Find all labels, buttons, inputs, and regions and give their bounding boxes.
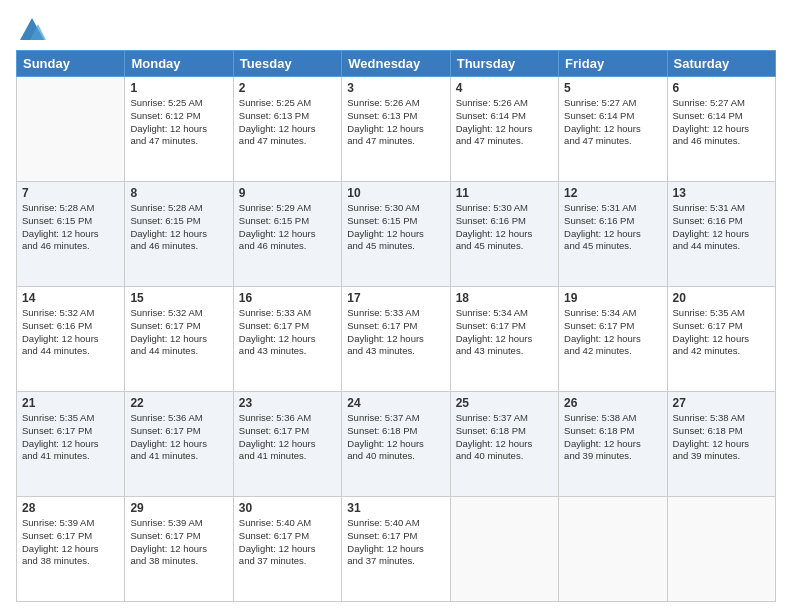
calendar-cell: 7Sunrise: 5:28 AM Sunset: 6:15 PM Daylig… xyxy=(17,182,125,287)
day-info: Sunrise: 5:34 AM Sunset: 6:17 PM Dayligh… xyxy=(564,307,661,358)
day-info: Sunrise: 5:30 AM Sunset: 6:16 PM Dayligh… xyxy=(456,202,553,253)
day-number: 31 xyxy=(347,501,444,515)
day-info: Sunrise: 5:37 AM Sunset: 6:18 PM Dayligh… xyxy=(347,412,444,463)
calendar-cell xyxy=(559,497,667,602)
calendar-week-5: 28Sunrise: 5:39 AM Sunset: 6:17 PM Dayli… xyxy=(17,497,776,602)
day-number: 2 xyxy=(239,81,336,95)
day-info: Sunrise: 5:31 AM Sunset: 6:16 PM Dayligh… xyxy=(564,202,661,253)
day-info: Sunrise: 5:25 AM Sunset: 6:13 PM Dayligh… xyxy=(239,97,336,148)
day-info: Sunrise: 5:26 AM Sunset: 6:13 PM Dayligh… xyxy=(347,97,444,148)
day-number: 27 xyxy=(673,396,770,410)
calendar-week-3: 14Sunrise: 5:32 AM Sunset: 6:16 PM Dayli… xyxy=(17,287,776,392)
calendar-cell: 15Sunrise: 5:32 AM Sunset: 6:17 PM Dayli… xyxy=(125,287,233,392)
calendar-cell: 17Sunrise: 5:33 AM Sunset: 6:17 PM Dayli… xyxy=(342,287,450,392)
day-number: 24 xyxy=(347,396,444,410)
calendar-cell xyxy=(450,497,558,602)
day-info: Sunrise: 5:39 AM Sunset: 6:17 PM Dayligh… xyxy=(22,517,119,568)
calendar-cell: 4Sunrise: 5:26 AM Sunset: 6:14 PM Daylig… xyxy=(450,77,558,182)
day-info: Sunrise: 5:35 AM Sunset: 6:17 PM Dayligh… xyxy=(673,307,770,358)
day-info: Sunrise: 5:27 AM Sunset: 6:14 PM Dayligh… xyxy=(564,97,661,148)
day-info: Sunrise: 5:40 AM Sunset: 6:17 PM Dayligh… xyxy=(347,517,444,568)
day-number: 20 xyxy=(673,291,770,305)
calendar-cell: 28Sunrise: 5:39 AM Sunset: 6:17 PM Dayli… xyxy=(17,497,125,602)
calendar-cell: 13Sunrise: 5:31 AM Sunset: 6:16 PM Dayli… xyxy=(667,182,775,287)
day-number: 12 xyxy=(564,186,661,200)
day-number: 18 xyxy=(456,291,553,305)
day-number: 22 xyxy=(130,396,227,410)
calendar-header-row: SundayMondayTuesdayWednesdayThursdayFrid… xyxy=(17,51,776,77)
day-info: Sunrise: 5:40 AM Sunset: 6:17 PM Dayligh… xyxy=(239,517,336,568)
calendar-cell xyxy=(17,77,125,182)
calendar-header-thursday: Thursday xyxy=(450,51,558,77)
day-info: Sunrise: 5:36 AM Sunset: 6:17 PM Dayligh… xyxy=(239,412,336,463)
day-info: Sunrise: 5:37 AM Sunset: 6:18 PM Dayligh… xyxy=(456,412,553,463)
day-number: 3 xyxy=(347,81,444,95)
day-info: Sunrise: 5:35 AM Sunset: 6:17 PM Dayligh… xyxy=(22,412,119,463)
calendar-cell: 2Sunrise: 5:25 AM Sunset: 6:13 PM Daylig… xyxy=(233,77,341,182)
page: SundayMondayTuesdayWednesdayThursdayFrid… xyxy=(0,0,792,612)
day-info: Sunrise: 5:36 AM Sunset: 6:17 PM Dayligh… xyxy=(130,412,227,463)
calendar-cell: 16Sunrise: 5:33 AM Sunset: 6:17 PM Dayli… xyxy=(233,287,341,392)
calendar-header-saturday: Saturday xyxy=(667,51,775,77)
logo xyxy=(16,16,46,40)
day-number: 28 xyxy=(22,501,119,515)
day-info: Sunrise: 5:38 AM Sunset: 6:18 PM Dayligh… xyxy=(673,412,770,463)
day-number: 29 xyxy=(130,501,227,515)
calendar-week-1: 1Sunrise: 5:25 AM Sunset: 6:12 PM Daylig… xyxy=(17,77,776,182)
day-number: 11 xyxy=(456,186,553,200)
day-info: Sunrise: 5:31 AM Sunset: 6:16 PM Dayligh… xyxy=(673,202,770,253)
day-number: 7 xyxy=(22,186,119,200)
calendar-header-tuesday: Tuesday xyxy=(233,51,341,77)
day-number: 13 xyxy=(673,186,770,200)
calendar-week-2: 7Sunrise: 5:28 AM Sunset: 6:15 PM Daylig… xyxy=(17,182,776,287)
calendar-header-monday: Monday xyxy=(125,51,233,77)
day-info: Sunrise: 5:33 AM Sunset: 6:17 PM Dayligh… xyxy=(239,307,336,358)
day-info: Sunrise: 5:29 AM Sunset: 6:15 PM Dayligh… xyxy=(239,202,336,253)
day-info: Sunrise: 5:28 AM Sunset: 6:15 PM Dayligh… xyxy=(22,202,119,253)
day-info: Sunrise: 5:38 AM Sunset: 6:18 PM Dayligh… xyxy=(564,412,661,463)
day-number: 21 xyxy=(22,396,119,410)
day-number: 30 xyxy=(239,501,336,515)
calendar-cell: 22Sunrise: 5:36 AM Sunset: 6:17 PM Dayli… xyxy=(125,392,233,497)
calendar-cell: 21Sunrise: 5:35 AM Sunset: 6:17 PM Dayli… xyxy=(17,392,125,497)
calendar-header-wednesday: Wednesday xyxy=(342,51,450,77)
calendar-cell: 25Sunrise: 5:37 AM Sunset: 6:18 PM Dayli… xyxy=(450,392,558,497)
calendar-table: SundayMondayTuesdayWednesdayThursdayFrid… xyxy=(16,50,776,602)
day-number: 8 xyxy=(130,186,227,200)
day-number: 19 xyxy=(564,291,661,305)
calendar-cell: 14Sunrise: 5:32 AM Sunset: 6:16 PM Dayli… xyxy=(17,287,125,392)
day-info: Sunrise: 5:39 AM Sunset: 6:17 PM Dayligh… xyxy=(130,517,227,568)
day-info: Sunrise: 5:27 AM Sunset: 6:14 PM Dayligh… xyxy=(673,97,770,148)
day-number: 9 xyxy=(239,186,336,200)
day-number: 14 xyxy=(22,291,119,305)
calendar-cell: 5Sunrise: 5:27 AM Sunset: 6:14 PM Daylig… xyxy=(559,77,667,182)
day-info: Sunrise: 5:33 AM Sunset: 6:17 PM Dayligh… xyxy=(347,307,444,358)
calendar-cell: 31Sunrise: 5:40 AM Sunset: 6:17 PM Dayli… xyxy=(342,497,450,602)
day-info: Sunrise: 5:25 AM Sunset: 6:12 PM Dayligh… xyxy=(130,97,227,148)
calendar-cell: 11Sunrise: 5:30 AM Sunset: 6:16 PM Dayli… xyxy=(450,182,558,287)
calendar-cell: 19Sunrise: 5:34 AM Sunset: 6:17 PM Dayli… xyxy=(559,287,667,392)
calendar-cell: 29Sunrise: 5:39 AM Sunset: 6:17 PM Dayli… xyxy=(125,497,233,602)
day-info: Sunrise: 5:32 AM Sunset: 6:17 PM Dayligh… xyxy=(130,307,227,358)
calendar-cell: 9Sunrise: 5:29 AM Sunset: 6:15 PM Daylig… xyxy=(233,182,341,287)
calendar-cell: 23Sunrise: 5:36 AM Sunset: 6:17 PM Dayli… xyxy=(233,392,341,497)
calendar-cell: 6Sunrise: 5:27 AM Sunset: 6:14 PM Daylig… xyxy=(667,77,775,182)
calendar-cell xyxy=(667,497,775,602)
day-info: Sunrise: 5:26 AM Sunset: 6:14 PM Dayligh… xyxy=(456,97,553,148)
calendar-cell: 10Sunrise: 5:30 AM Sunset: 6:15 PM Dayli… xyxy=(342,182,450,287)
day-number: 15 xyxy=(130,291,227,305)
logo-icon xyxy=(18,16,46,44)
day-number: 25 xyxy=(456,396,553,410)
day-info: Sunrise: 5:30 AM Sunset: 6:15 PM Dayligh… xyxy=(347,202,444,253)
day-number: 6 xyxy=(673,81,770,95)
calendar-cell: 12Sunrise: 5:31 AM Sunset: 6:16 PM Dayli… xyxy=(559,182,667,287)
calendar-cell: 18Sunrise: 5:34 AM Sunset: 6:17 PM Dayli… xyxy=(450,287,558,392)
header xyxy=(16,16,776,40)
day-number: 10 xyxy=(347,186,444,200)
day-number: 4 xyxy=(456,81,553,95)
day-info: Sunrise: 5:34 AM Sunset: 6:17 PM Dayligh… xyxy=(456,307,553,358)
calendar-cell: 30Sunrise: 5:40 AM Sunset: 6:17 PM Dayli… xyxy=(233,497,341,602)
day-number: 26 xyxy=(564,396,661,410)
day-number: 16 xyxy=(239,291,336,305)
day-number: 23 xyxy=(239,396,336,410)
